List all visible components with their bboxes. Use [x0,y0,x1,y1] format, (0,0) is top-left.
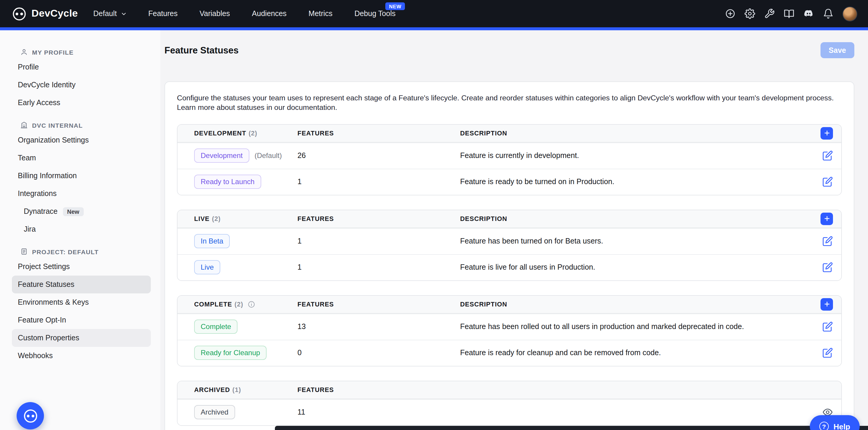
feature-statuses-card: Configure the statuses your team uses to… [164,81,854,430]
status-tables: DEVELOPMENT(2)FEATURESDESCRIPTIONDevelop… [177,124,842,426]
main-nav: FeaturesVariablesAudiencesMetricsDebug T… [148,0,396,27]
description-column-header: DESCRIPTION [460,301,809,308]
sidebar-item-integrations[interactable]: Integrations [12,185,151,203]
edit-status-icon[interactable] [822,262,833,273]
status-table-header: LIVE(2)FEATURESDESCRIPTION [178,210,841,228]
sidebar-item-feature-opt-in[interactable]: Feature Opt-In [12,311,151,329]
sidebar-item-team[interactable]: Team [12,149,151,167]
sidebar-item-project-settings[interactable]: Project Settings [12,258,151,276]
status-table-complete: COMPLETE(2)FEATURESDESCRIPTIONComplete13… [177,295,842,366]
project-selector-dropdown[interactable]: Default [93,9,127,18]
chat-widget-button[interactable] [17,402,44,429]
sidebar-section-label: PROJECT: DEFAULT [32,248,98,255]
sidebar-item-custom-properties[interactable]: Custom Properties [12,329,151,347]
devcycle-logo-icon [12,6,27,21]
status-table-live: LIVE(2)FEATURESDESCRIPTIONIn Beta1Featur… [177,210,842,281]
category-name: LIVE [194,215,210,222]
discord-icon[interactable] [803,8,814,19]
devcycle-bot-icon [22,408,38,424]
nav-item-label: Audiences [252,9,287,18]
sidebar-item-organization-settings[interactable]: Organization Settings [12,131,151,149]
info-icon[interactable] [247,301,255,308]
sidebar-item-label: Profile [18,63,39,71]
sidebar-item-label: Jira [24,225,36,234]
add-status-button[interactable] [820,213,833,225]
category-count: (2) [235,301,243,308]
project-selector-label: Default [93,9,117,18]
features-count: 1 [298,264,460,272]
sidebar-item-feature-statuses[interactable]: Feature Statuses [12,276,151,294]
wrench-icon[interactable] [764,8,775,19]
status-table-header: ARCHIVED(1)FEATURES [178,381,841,399]
sidebar-item-label: Team [18,154,36,162]
settings-sidebar: MY PROFILEProfileDevCycle IdentityEarly … [0,30,160,430]
nav-item-audiences[interactable]: Audiences [252,0,287,27]
sidebar-item-label: Feature Opt-In [18,316,66,324]
status-row-complete: Complete13Feature has been rolled out to… [178,314,841,340]
status-table-header: COMPLETE(2)FEATURESDESCRIPTION [178,296,841,314]
nav-item-variables[interactable]: Variables [199,0,230,27]
status-cell: Live [194,260,298,275]
category-name: DEVELOPMENT [194,130,246,137]
edit-status-icon[interactable] [822,177,833,187]
status-cell: In Beta [194,234,298,249]
category-name: ARCHIVED [194,386,230,394]
save-button[interactable]: Save [820,42,854,58]
category-header: DEVELOPMENT(2) [194,130,298,137]
chevron-down-icon [121,10,127,17]
sidebar-item-environments-keys[interactable]: Environments & Keys [12,294,151,311]
edit-status-icon[interactable] [822,236,833,247]
notifications-bell-icon[interactable] [823,8,834,19]
status-description: Feature has been turned on for Beta user… [460,237,809,246]
sidebar-section-label: DVC INTERNAL [32,121,83,129]
status-badge: In Beta [194,234,230,249]
edit-status-icon[interactable] [822,348,833,359]
features-count: 26 [298,152,460,160]
sidebar-item-jira[interactable]: Jira [12,220,151,238]
plus-circle-icon[interactable] [725,8,736,19]
sidebar-item-label: Billing Information [18,172,77,180]
category-header: LIVE(2) [194,215,298,222]
nav-item-metrics[interactable]: Metrics [308,0,333,27]
category-header: COMPLETE(2) [194,301,298,308]
help-button[interactable]: ? Help [810,415,860,430]
avatar[interactable] [842,6,857,21]
sidebar-item-profile[interactable]: Profile [12,58,151,76]
nav-item-label: Features [148,9,178,18]
edit-status-icon[interactable] [822,151,833,161]
gear-icon[interactable] [745,8,755,19]
sidebar-item-label: Dynatrace [24,207,58,216]
sidebar-item-billing-information[interactable]: Billing Information [12,167,151,185]
category-count: (1) [232,386,241,394]
sidebar-item-early-access[interactable]: Early Access [12,94,151,112]
nav-item-debug-tools[interactable]: Debug ToolsNEW [354,0,396,27]
building-icon [20,121,28,129]
header-icons [725,6,857,21]
bottom-edge-bar [275,426,868,430]
status-row-in-beta: In Beta1Feature has been turned on for B… [178,228,841,254]
description-column-header: DESCRIPTION [460,215,809,222]
sidebar-item-devcycle-identity[interactable]: DevCycle Identity [12,76,151,94]
status-cell: Ready to Launch [194,175,298,189]
sidebar-section-project-default: PROJECT: DEFAULTProject SettingsFeature … [0,245,160,365]
brand[interactable]: DevCycle [12,6,78,21]
edit-status-icon[interactable] [822,321,833,332]
sidebar-item-label: DevCycle Identity [18,81,76,89]
category-count: (2) [248,130,257,137]
nav-item-features[interactable]: Features [148,0,178,27]
sidebar-section-header: MY PROFILE [0,46,160,58]
sidebar-item-webhooks[interactable]: Webhooks [12,347,151,365]
status-table-development: DEVELOPMENT(2)FEATURESDESCRIPTIONDevelop… [177,124,842,195]
features-column-header: FEATURES [298,215,460,222]
sidebar-item-label: Feature Statuses [18,280,74,289]
status-description: Feature is live for all users in Product… [460,264,809,272]
docs-book-icon[interactable] [784,8,795,19]
status-badge: Development [194,149,249,163]
sidebar-item-dynatrace[interactable]: DynatraceNew [12,203,151,220]
accent-bar [0,27,868,30]
add-status-button[interactable] [820,127,833,140]
status-description: Feature has been rolled out to all users… [460,323,809,331]
sidebar-item-label: Environments & Keys [18,298,89,306]
add-status-button[interactable] [820,298,833,311]
sidebar-section-my-profile: MY PROFILEProfileDevCycle IdentityEarly … [0,46,160,112]
